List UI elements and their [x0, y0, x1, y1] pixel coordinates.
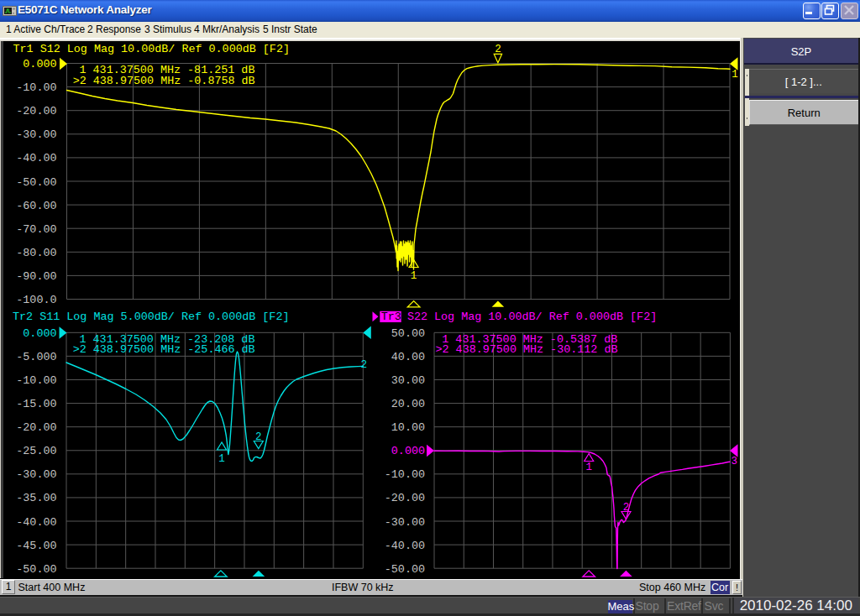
svg-text:0.000: 0.000 [23, 58, 56, 70]
svg-text:-15.00: -15.00 [16, 398, 56, 410]
svg-text:-40.00: -40.00 [16, 516, 56, 529]
svg-text:3: 3 [732, 456, 738, 467]
svg-text:1: 1 [218, 453, 225, 465]
svg-text:-30.00: -30.00 [16, 468, 56, 481]
svg-text:-50.00: -50.00 [385, 563, 425, 576]
svg-text:-20.00: -20.00 [385, 492, 425, 504]
svg-text:-20.00: -20.00 [16, 421, 56, 434]
svg-text:1: 1 [585, 462, 592, 473]
svg-text:>2 438.97500 MHz -25.466 dB: >2 438.97500 MHz -25.466 dB [73, 343, 255, 356]
svg-text:-100.0: -100.0 [16, 294, 56, 306]
svg-text:0.000: 0.000 [391, 445, 425, 457]
svg-text:-40.00: -40.00 [385, 540, 425, 552]
svg-text:1: 1 [411, 270, 417, 282]
svg-text:S22 Log Mag 10.00dB/ Ref 0.000: S22 Log Mag 10.00dB/ Ref 0.000dB [F2] [407, 311, 657, 323]
svg-text:50.00: 50.00 [391, 327, 425, 340]
svg-text:-30.00: -30.00 [16, 128, 56, 141]
svg-text:-80.00: -80.00 [16, 247, 56, 259]
svg-text:-10.00: -10.00 [385, 468, 425, 481]
svg-text:-25.00: -25.00 [16, 445, 56, 457]
svg-text:10.00: 10.00 [391, 421, 425, 434]
svg-text:20.00: 20.00 [391, 398, 425, 410]
svg-text:-70.00: -70.00 [16, 223, 56, 236]
svg-text:-90.00: -90.00 [16, 270, 56, 283]
svg-text:-40.00: -40.00 [16, 152, 56, 164]
svg-text:2: 2 [361, 359, 368, 371]
svg-text:>2 438.97500 MHz -30.112 dB: >2 438.97500 MHz -30.112 dB [436, 343, 618, 356]
svg-text:-10.00: -10.00 [16, 374, 56, 387]
svg-text:30.00: 30.00 [391, 374, 425, 387]
svg-text:-50.00: -50.00 [16, 563, 56, 576]
svg-text:>2 438.97500 MHz -0.8758 dB: >2 438.97500 MHz -0.8758 dB [73, 75, 255, 87]
svg-text:-20.00: -20.00 [16, 105, 56, 117]
svg-text:-45.00: -45.00 [16, 540, 56, 552]
svg-text:-10.00: -10.00 [16, 81, 56, 94]
svg-text:-60.00: -60.00 [16, 200, 56, 212]
svg-text:-30.00: -30.00 [385, 516, 425, 529]
svg-text:1: 1 [732, 69, 738, 81]
svg-text:Tr3: Tr3 [381, 311, 401, 323]
svg-text:2: 2 [495, 44, 501, 55]
svg-text:40.00: 40.00 [391, 351, 425, 363]
svg-text:-35.00: -35.00 [16, 492, 56, 504]
svg-text:-50.00: -50.00 [16, 176, 56, 189]
svg-text:-5.000: -5.000 [16, 351, 56, 363]
svg-text:Tr1 S12 Log Mag 10.00dB/ Ref 0: Tr1 S12 Log Mag 10.00dB/ Ref 0.000dB [F2… [13, 43, 290, 55]
svg-text:Tr2 S11 Log Mag 5.000dB/ Ref 0: Tr2 S11 Log Mag 5.000dB/ Ref 0.000dB [F2… [13, 311, 289, 323]
svg-text:0.000: 0.000 [23, 327, 56, 340]
